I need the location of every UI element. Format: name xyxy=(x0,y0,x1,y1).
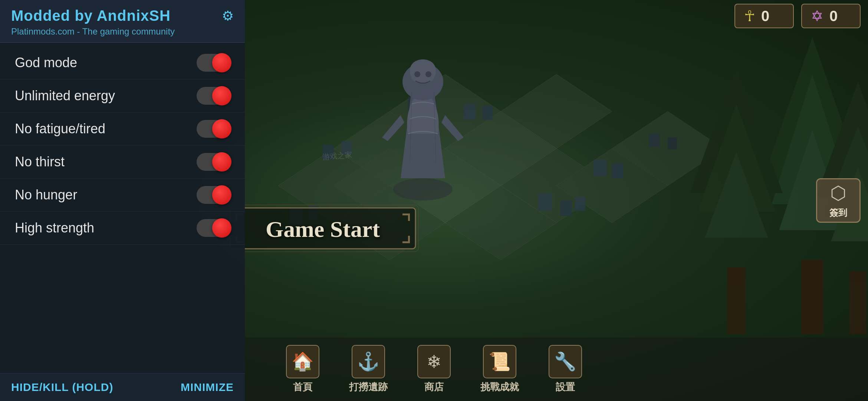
nav-item-home[interactable]: 🏠 首頁 xyxy=(271,341,334,397)
mod-option-unlimited-energy: Unlimited energy xyxy=(0,79,245,113)
nav-shop-label: 商店 xyxy=(424,381,444,394)
no-thirst-track xyxy=(197,153,230,171)
no-fatigue-label: No fatigue/tired xyxy=(15,121,105,137)
high-strength-knob xyxy=(212,218,231,238)
unlimited-energy-knob xyxy=(212,86,231,105)
nav-item-relics[interactable]: ⚓ 打撈遺跡 xyxy=(334,341,402,397)
nav-home-label: 首頁 xyxy=(293,381,312,394)
mod-option-no-fatigue: No fatigue/tired xyxy=(0,113,245,146)
currency-area: ☥ 0 ✡ 0 xyxy=(734,4,861,28)
mod-title: Modded by AndnixSH xyxy=(11,7,171,24)
minimize-button[interactable]: MINIMIZE xyxy=(181,381,234,394)
nav-relics-label: 打撈遺跡 xyxy=(349,381,388,394)
no-thirst-knob xyxy=(212,152,231,172)
ankh-count: 0 xyxy=(761,8,769,25)
nav-challenges-icon: 📜 xyxy=(483,345,516,378)
checkin-button[interactable]: ⬡ 簽到 xyxy=(816,178,861,223)
god-mode-toggle[interactable] xyxy=(197,54,230,72)
right-panel: ⬡ 簽到 xyxy=(816,178,861,223)
mod-option-high-strength: High strength xyxy=(0,212,245,245)
mod-option-god-mode: God mode xyxy=(0,46,245,79)
mod-footer: HIDE/KILL (HOLD) MINIMIZE xyxy=(0,373,245,401)
nav-item-settings[interactable]: 🔧 設置 xyxy=(534,341,597,397)
star-count: 0 xyxy=(829,8,838,25)
mod-header: Modded by AndnixSH ⚙ Platinmods.com - Th… xyxy=(0,0,245,43)
nav-challenges-label: 挑戰成就 xyxy=(480,381,519,394)
no-hunger-track xyxy=(197,186,230,204)
no-fatigue-toggle[interactable] xyxy=(197,120,230,138)
mod-title-row: Modded by AndnixSH ⚙ xyxy=(11,7,234,24)
checkin-icon: ⬡ xyxy=(830,182,846,204)
god-mode-label: God mode xyxy=(15,55,77,71)
no-hunger-toggle[interactable] xyxy=(197,186,230,204)
no-hunger-label: No hunger xyxy=(15,187,77,203)
mod-option-no-thirst: No thirst xyxy=(0,146,245,179)
nav-relics-icon: ⚓ xyxy=(352,345,385,378)
mod-panel: Modded by AndnixSH ⚙ Platinmods.com - Th… xyxy=(0,0,245,401)
god-mode-knob xyxy=(212,53,231,72)
no-hunger-knob xyxy=(212,185,231,205)
mod-settings-icon[interactable]: ⚙ xyxy=(222,8,234,24)
currency-ankh: ☥ 0 xyxy=(734,4,794,28)
nav-home-icon: 🏠 xyxy=(286,345,319,378)
nav-settings-label: 設置 xyxy=(556,381,575,394)
unlimited-energy-toggle[interactable] xyxy=(197,87,230,105)
unlimited-energy-label: Unlimited energy xyxy=(15,88,115,104)
checkin-label: 簽到 xyxy=(829,207,847,219)
mod-options: God mode Unlimited energy No fatigue/tir… xyxy=(0,43,245,373)
hide-kill-button[interactable]: HIDE/KILL (HOLD) xyxy=(11,381,113,394)
mod-option-no-hunger: No hunger xyxy=(0,179,245,212)
no-thirst-label: No thirst xyxy=(15,154,65,170)
high-strength-label: High strength xyxy=(15,220,94,236)
no-fatigue-track xyxy=(197,120,230,138)
no-fatigue-knob xyxy=(212,119,231,138)
nav-item-shop[interactable]: ❄ 商店 xyxy=(402,341,466,397)
nav-item-challenges[interactable]: 📜 挑戰成就 xyxy=(466,341,534,397)
nav-shop-icon: ❄ xyxy=(417,345,451,378)
high-strength-toggle[interactable] xyxy=(197,219,230,237)
star-icon: ✡ xyxy=(811,7,823,25)
unlimited-energy-track xyxy=(197,87,230,105)
nav-settings-icon: 🔧 xyxy=(549,345,582,378)
mod-subtitle: Platinmods.com - The gaming community xyxy=(11,26,234,37)
no-thirst-toggle[interactable] xyxy=(197,153,230,171)
ankh-icon: ☥ xyxy=(744,7,755,25)
currency-star: ✡ 0 xyxy=(801,4,861,28)
high-strength-track xyxy=(197,219,230,237)
god-mode-track xyxy=(197,54,230,72)
